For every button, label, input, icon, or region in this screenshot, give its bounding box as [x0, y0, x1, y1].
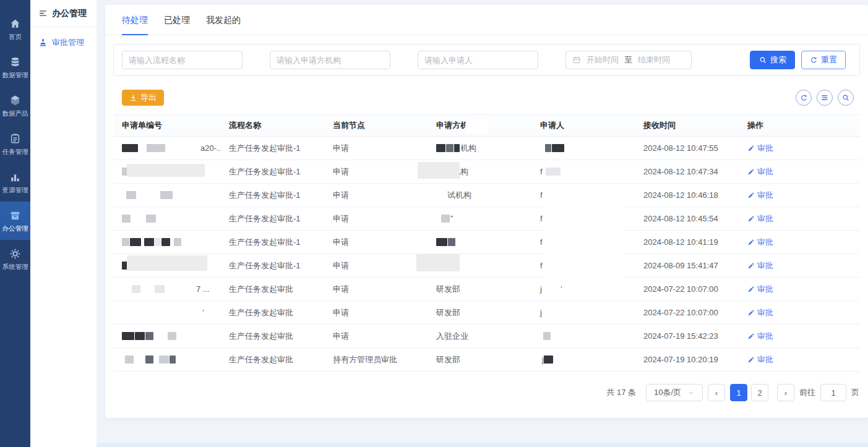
approve-link[interactable]: 审批: [747, 260, 773, 271]
cell-text: 机构: [460, 143, 476, 154]
submenu-title: 办公管理: [52, 8, 87, 19]
cell-order: a20-...: [113, 143, 220, 153]
cell-action: 审批: [739, 143, 860, 154]
cell-flow: 生产任务发起审批-1: [220, 260, 324, 271]
cell-order: 7 ...: [113, 284, 220, 294]
export-button[interactable]: 导出: [122, 90, 164, 106]
approve-link[interactable]: 审批: [747, 190, 773, 201]
sidebar-item-data-management[interactable]: 数据管理: [0, 48, 30, 87]
cell-flow: 生产任务发起审批: [220, 331, 324, 342]
cell-flow: 生产任务发起审批-1: [220, 190, 324, 201]
cell-node: 申请: [324, 190, 428, 201]
sidebar-item-data-products[interactable]: 数据产品: [0, 87, 30, 125]
cell-text: f: [540, 261, 543, 270]
approve-link[interactable]: 审批: [747, 354, 773, 365]
cell-action: 审批: [739, 260, 860, 271]
goto-page-input[interactable]: [820, 384, 846, 401]
approve-link[interactable]: 审批: [747, 331, 773, 342]
page-1-button[interactable]: 1: [730, 384, 747, 401]
redaction-block: [546, 168, 561, 176]
date-end-placeholder: 结束时间: [638, 54, 670, 66]
calendar-icon: [572, 56, 581, 64]
flow-name-input[interactable]: [122, 51, 243, 69]
approve-link[interactable]: 审批: [747, 213, 773, 224]
approve-link[interactable]: 审批: [747, 237, 773, 248]
reset-button[interactable]: 重置: [801, 51, 846, 69]
cell-gap: [122, 289, 132, 289]
cell-action: 审批: [739, 331, 860, 342]
page-2-button[interactable]: 2: [751, 384, 768, 401]
cell-gap: [543, 171, 546, 172]
chart-icon: [9, 171, 21, 183]
approve-link[interactable]: 审批: [747, 284, 773, 295]
cell-order: ’: [113, 308, 220, 317]
redaction-block: [145, 332, 153, 340]
table-row: 7 ...生产任务发起审批申请研发部j’2024-07-22 10:07:00审…: [113, 278, 860, 301]
main-content: 待处理已处理我发起的 开始时间 至 结束时间 搜索: [97, 0, 868, 447]
table-tools: [796, 90, 854, 106]
sidebar-item-office-management[interactable]: 办公管理: [0, 202, 30, 240]
cell-time: 2024-08-12 10:46:18: [635, 190, 739, 200]
sidebar-item-label: 办公管理: [2, 224, 28, 233]
cell-gap: [131, 218, 146, 219]
date-separator: 至: [624, 54, 632, 66]
next-page-button[interactable]: ›: [777, 384, 794, 401]
cell-action: 审批: [739, 284, 860, 295]
sidebar-item-system-management[interactable]: 系统管理: [0, 240, 30, 278]
cell-node: 申请: [324, 166, 428, 177]
cell-text: ’: [202, 308, 204, 317]
cell-gap: [542, 289, 561, 289]
applicant-org-input[interactable]: [270, 51, 390, 69]
magnifier-icon: [841, 93, 850, 102]
cell-node: 持有方管理员审批: [324, 354, 428, 365]
edit-pen-icon: [747, 286, 755, 293]
tab-pending[interactable]: 待处理: [122, 15, 148, 35]
sidebar-item-task-management[interactable]: 任务管理: [0, 125, 30, 163]
table-refresh-button[interactable]: [796, 90, 812, 106]
submenu-item-approval-management[interactable]: 审批管理: [30, 37, 97, 48]
cell-node: 申请: [324, 237, 428, 248]
prev-page-button[interactable]: ‹: [708, 384, 725, 401]
search-button[interactable]: 搜索: [750, 51, 795, 69]
approve-link[interactable]: 审批: [747, 143, 773, 154]
cell-time: 2024-07-19 10:20:19: [635, 355, 739, 364]
cell-org: ”: [428, 214, 531, 223]
task-icon: [9, 132, 21, 145]
cell-gap: [122, 195, 126, 195]
archive-icon: [9, 209, 21, 221]
filter-bar: 开始时间 至 结束时间 搜索 重置: [113, 44, 860, 76]
cell-time: 2024-07-22 10:07:00: [635, 308, 739, 317]
cell-action: 审批: [739, 307, 860, 318]
sidebar-item-home[interactable]: 首页: [0, 10, 30, 48]
column-settings-button[interactable]: [817, 90, 833, 106]
cell-text: 研发部: [436, 284, 460, 295]
secondary-sidebar: 办公管理 审批管理: [30, 0, 97, 447]
approve-link[interactable]: 审批: [747, 307, 773, 318]
tab-initiated[interactable]: 我发起的: [206, 15, 241, 35]
sidebar-item-resource-management[interactable]: 资源管理: [0, 163, 30, 202]
sidebar-item-label: 数据管理: [2, 71, 28, 80]
tab-processed[interactable]: 已处理: [164, 15, 190, 35]
pagination: 共 17 条 10条/页 ‹ 12 › 前往 页: [105, 384, 859, 401]
cell-time: 2024-08-09 15:41:47: [635, 261, 739, 270]
date-range-picker[interactable]: 开始时间 至 结束时间: [565, 51, 692, 69]
column-header-action: 操作: [739, 120, 860, 131]
edit-pen-icon: [747, 215, 755, 223]
cell-order: [113, 332, 220, 340]
page-numbers: 12: [730, 384, 772, 401]
cell-gap: [540, 148, 545, 148]
edit-pen-icon: [747, 356, 755, 364]
cell-order: [113, 238, 220, 246]
cell-org: [428, 238, 531, 246]
approve-link[interactable]: 审批: [747, 166, 773, 177]
cell-node: 申请: [324, 331, 428, 342]
database-icon: [9, 56, 21, 68]
cell-node: 申请: [324, 307, 428, 318]
collapse-menu-icon[interactable]: [38, 9, 48, 18]
applicant-input[interactable]: [418, 51, 538, 69]
cell-org: 机构: [428, 143, 531, 154]
edit-pen-icon: [747, 333, 755, 340]
cell-org: 研发部: [428, 354, 531, 365]
table-zoom-button[interactable]: [838, 90, 854, 106]
page-size-select[interactable]: 10条/页: [646, 384, 703, 401]
